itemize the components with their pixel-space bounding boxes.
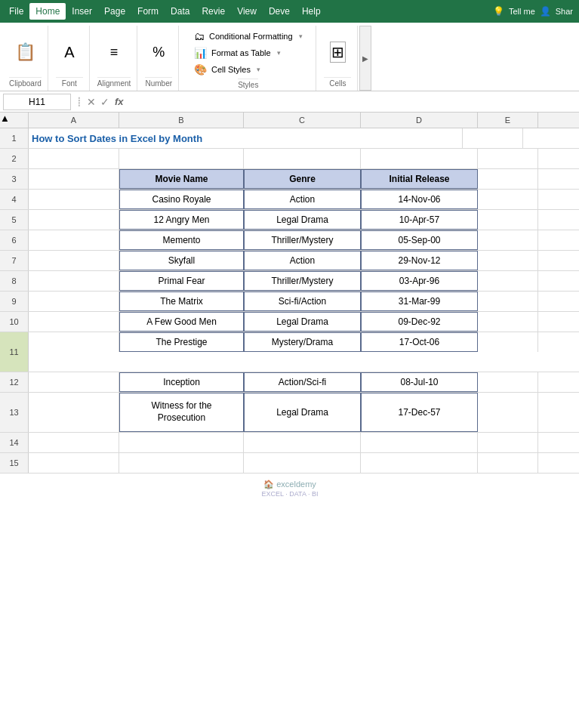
cell-d15[interactable] xyxy=(361,453,478,473)
cell-c11[interactable]: Mystery/Drama xyxy=(244,332,361,352)
cell-a10[interactable] xyxy=(29,312,119,332)
cell-b3[interactable]: Movie Name xyxy=(119,169,244,189)
cell-d2[interactable] xyxy=(361,149,478,168)
cell-a8[interactable] xyxy=(29,271,119,291)
cell-a9[interactable] xyxy=(29,292,119,311)
cell-e1[interactable] xyxy=(463,128,523,148)
cell-c10[interactable]: Legal Drama xyxy=(244,312,361,332)
cell-a1[interactable]: How to Sort Dates in Excel by Month xyxy=(29,128,463,148)
formula-input[interactable] xyxy=(127,96,579,107)
cell-c5[interactable]: Legal Drama xyxy=(244,210,361,230)
col-header-d[interactable]: D xyxy=(361,113,478,128)
cell-d8[interactable]: 03-Apr-96 xyxy=(361,271,478,291)
cell-e10[interactable] xyxy=(478,312,538,332)
cell-c9[interactable]: Sci-fi/Action xyxy=(244,292,361,311)
cell-b6[interactable]: Memento xyxy=(119,230,244,250)
cell-b14[interactable] xyxy=(119,433,244,452)
cell-e2[interactable] xyxy=(478,149,538,168)
cell-e6[interactable] xyxy=(478,230,538,250)
cell-a14[interactable] xyxy=(29,433,119,452)
tab-data[interactable]: Data xyxy=(165,3,196,20)
cell-c13[interactable]: Legal Drama xyxy=(244,393,361,432)
cell-b7[interactable]: Skyfall xyxy=(119,251,244,270)
tab-page[interactable]: Page xyxy=(98,3,131,20)
cell-c6[interactable]: Thriller/Mystery xyxy=(244,230,361,250)
tab-develop[interactable]: Deve xyxy=(263,3,296,20)
cell-c3[interactable]: Genre xyxy=(244,169,361,189)
cell-a13[interactable] xyxy=(29,393,119,432)
cell-b8[interactable]: Primal Fear xyxy=(119,271,244,291)
cell-a3[interactable] xyxy=(29,169,119,189)
col-header-a[interactable]: A xyxy=(29,113,119,128)
cell-d11[interactable]: 17-Oct-06 xyxy=(361,332,478,352)
cell-d6[interactable]: 05-Sep-00 xyxy=(361,230,478,250)
cell-a11[interactable] xyxy=(29,332,119,352)
cell-a15[interactable] xyxy=(29,453,119,473)
cell-a6[interactable] xyxy=(29,230,119,250)
insert-function-button[interactable]: fx xyxy=(112,96,127,107)
cell-b2[interactable] xyxy=(119,149,244,168)
cell-e3[interactable] xyxy=(478,169,538,189)
col-header-b[interactable]: B xyxy=(119,113,244,128)
col-header-e[interactable]: E xyxy=(478,113,538,128)
cell-a5[interactable] xyxy=(29,210,119,230)
cell-b13[interactable]: Witness for the Prosecution xyxy=(119,393,244,432)
cell-b12[interactable]: Inception xyxy=(119,372,244,392)
cell-e5[interactable] xyxy=(478,210,538,230)
tab-home[interactable]: Home xyxy=(29,3,66,20)
cell-d10[interactable]: 09-Dec-92 xyxy=(361,312,478,332)
tab-insert[interactable]: Inser xyxy=(66,3,98,20)
name-box[interactable]: H11 xyxy=(3,94,71,110)
cell-d5[interactable]: 10-Apr-57 xyxy=(361,210,478,230)
cell-d4[interactable]: 14-Nov-06 xyxy=(361,190,478,209)
cell-e15[interactable] xyxy=(478,453,538,473)
cell-e14[interactable] xyxy=(478,433,538,452)
cell-a7[interactable] xyxy=(29,251,119,270)
cell-styles-button[interactable]: 🎨 Cell Styles ▾ xyxy=(189,62,307,77)
cell-b5[interactable]: 12 Angry Men xyxy=(119,210,244,230)
cell-c15[interactable] xyxy=(244,453,361,473)
cell-c14[interactable] xyxy=(244,433,361,452)
cell-d7[interactable]: 29-Nov-12 xyxy=(361,251,478,270)
cells-button[interactable]: ⊞ xyxy=(324,39,351,66)
cell-e4[interactable] xyxy=(478,190,538,209)
cell-d9[interactable]: 31-Mar-99 xyxy=(361,292,478,311)
font-button[interactable]: A xyxy=(56,42,83,63)
cell-d14[interactable] xyxy=(361,433,478,452)
ribbon-scroll-right[interactable]: ▶ xyxy=(359,26,371,91)
tab-review[interactable]: Revie xyxy=(196,3,231,20)
cell-d12[interactable]: 08-Jul-10 xyxy=(361,372,478,392)
cell-c8[interactable]: Thriller/Mystery xyxy=(244,271,361,291)
tab-form[interactable]: Form xyxy=(131,3,165,20)
cell-d13[interactable]: 17-Dec-57 xyxy=(361,393,478,432)
cell-e7[interactable] xyxy=(478,251,538,270)
formula-cancel-button[interactable]: ✕ xyxy=(85,96,98,108)
cell-a12[interactable] xyxy=(29,372,119,392)
tab-file[interactable]: File xyxy=(3,3,29,20)
col-header-c[interactable]: C xyxy=(244,113,361,128)
cell-e13[interactable] xyxy=(478,393,538,432)
cell-e11[interactable] xyxy=(478,332,538,352)
number-button[interactable]: % xyxy=(145,42,172,62)
conditional-formatting-button[interactable]: 🗂 Conditional Formatting ▾ xyxy=(189,29,307,44)
cell-e8[interactable] xyxy=(478,271,538,291)
cell-a4[interactable] xyxy=(29,190,119,209)
cell-b4[interactable]: Casino Royale xyxy=(119,190,244,209)
select-all-button[interactable]: ▲ xyxy=(0,113,29,128)
tell-me-text[interactable]: Tell me xyxy=(509,7,535,16)
cell-b15[interactable] xyxy=(119,453,244,473)
share-text[interactable]: Shar xyxy=(556,7,573,16)
cell-e9[interactable] xyxy=(478,292,538,311)
cell-d3[interactable]: Initial Release xyxy=(361,169,478,189)
cell-c2[interactable] xyxy=(244,149,361,168)
format-as-table-button[interactable]: 📊 Format as Table ▾ xyxy=(189,45,307,60)
cell-a2[interactable] xyxy=(29,149,119,168)
cell-b11[interactable]: The Prestige xyxy=(119,332,244,352)
cell-c7[interactable]: Action xyxy=(244,251,361,270)
paste-button[interactable]: 📋 xyxy=(11,41,40,64)
formula-confirm-button[interactable]: ✓ xyxy=(98,96,112,108)
cell-c12[interactable]: Action/Sci-fi xyxy=(244,372,361,392)
tab-help[interactable]: Help xyxy=(296,3,327,20)
cell-e12[interactable] xyxy=(478,372,538,392)
cell-b10[interactable]: A Few Good Men xyxy=(119,312,244,332)
